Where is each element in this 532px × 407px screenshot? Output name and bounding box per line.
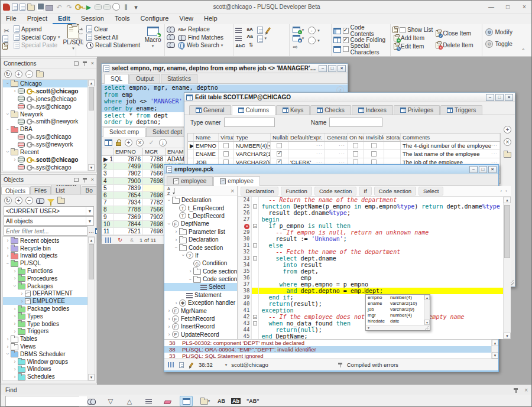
code-line[interactable]: 38 and dept.deptno = emp.dept; [238, 288, 511, 294]
expand-icon[interactable]: › [5, 245, 11, 251]
web-search-button[interactable]: Web Search▾ [177, 41, 225, 49]
tree-item-declaration[interactable]: ›Declaration [164, 236, 237, 243]
uncomment-icon[interactable] [257, 35, 263, 43]
tree-item-window-groups[interactable]: ›Window groups [3, 358, 95, 366]
expand-icon[interactable]: › [12, 268, 18, 274]
expand-icon[interactable]: › [12, 157, 18, 162]
compile-error-row[interactable]: 38PLS-00302: component 'DEPT' must be de… [164, 340, 498, 346]
column-header-empno[interactable]: EMPNO [113, 148, 143, 155]
grid-cell[interactable]: 7698 [143, 228, 166, 235]
refresh-icon[interactable]: ↻ [4, 70, 12, 78]
collapse-icon[interactable]: › [5, 80, 11, 86]
expand-icon[interactable]: › [187, 268, 193, 274]
replace-button[interactable]: AB⇄Replace [177, 25, 225, 33]
print-icon[interactable] [46, 5, 53, 11]
grid-cell[interactable]: 7698 [143, 221, 166, 227]
edit-table-tab-indexes[interactable]: Indexes [352, 105, 393, 115]
cell-type[interactable]: NUMBER(4)▼ [234, 142, 271, 149]
grid-cell[interactable]: 7698 [143, 178, 166, 184]
cell-default[interactable]: ··· [288, 150, 325, 158]
close-icon[interactable]: × [505, 94, 513, 101]
edit-table-tab-keys[interactable]: Keys [276, 105, 310, 115]
tree-item-code-section[interactable]: ›Code section [164, 243, 237, 251]
tree-item-employee[interactable]: ›EMPLOYEE [3, 297, 95, 305]
remove-connection-icon[interactable]: − [25, 70, 33, 78]
execute-icon[interactable]: ▶ [85, 3, 93, 11]
preferences-icon[interactable]: ⫼ [122, 3, 130, 11]
menu-project[interactable]: Project [22, 14, 53, 24]
autocomplete-item[interactable]: mgrnumber(4) [366, 312, 430, 318]
code-folding-checkbox[interactable] [343, 37, 349, 43]
expand-icon[interactable]: › [12, 366, 18, 372]
cell-virtual[interactable] [219, 142, 234, 149]
lowercase-icon[interactable]: aA [247, 27, 255, 32]
find-previous-icon[interactable]: △ [123, 396, 136, 406]
on-null-checkbox[interactable] [353, 143, 358, 148]
undo-icon[interactable]: ↶ [55, 3, 63, 11]
breadcrumb-scroll-icons[interactable]: ‹ › [500, 188, 508, 194]
code-contents-checkbox[interactable] [343, 28, 349, 34]
close-icon[interactable]: × [488, 166, 497, 173]
pin-icon[interactable] [513, 387, 518, 393]
column-header-invisible[interactable]: Invisible [364, 134, 384, 141]
grid-cell[interactable]: 7499 [113, 163, 143, 170]
cell-nullable[interactable] [271, 150, 288, 158]
tree-item-procedures[interactable]: ›Procedures [3, 275, 95, 282]
grid-cell[interactable]: 7788 [113, 206, 143, 213]
connection-key-icon[interactable] [75, 4, 83, 9]
close-item-button[interactable]: ✓Close Item [434, 29, 474, 37]
minimize-icon[interactable]: – [319, 65, 327, 72]
restore-panel-icon[interactable] [74, 61, 79, 66]
tab-package-body[interactable]: employee [213, 176, 259, 186]
cell-comments[interactable]: The last name of the employee··· [401, 150, 500, 158]
tree-item-t-deptrecord[interactable]: Tt_DeptRecord [164, 212, 237, 220]
lock-icon[interactable] [116, 142, 121, 146]
cell-name[interactable]: ENAME [194, 150, 219, 158]
grid-cell[interactable]: 7788 [143, 156, 166, 162]
fold-collapse-icon[interactable]: — [253, 204, 257, 209]
objects-tab-objects[interactable]: Objects [1, 187, 30, 195]
expand-icon[interactable]: › [166, 331, 172, 337]
grid-cell[interactable]: 7902 [143, 214, 166, 220]
tree-item-select[interactable]: Select [164, 283, 237, 291]
code-line[interactable]: 29 -- If empno is null, return an unknow… [238, 229, 511, 236]
breadcrumb-select[interactable]: Select [419, 187, 443, 196]
grid-cell[interactable]: 2 [102, 163, 113, 170]
add-connection-icon[interactable]: + [15, 70, 22, 78]
find-matches-button[interactable]: Find Matches [177, 34, 225, 41]
expand-icon[interactable]: › [173, 229, 179, 235]
folder-icon[interactable] [504, 152, 511, 158]
folder-icon[interactable] [36, 71, 44, 77]
cell-on-null[interactable] [348, 150, 364, 158]
collapse-icon[interactable]: › [166, 197, 172, 203]
fold-collapse-icon[interactable]: — [253, 224, 257, 228]
objects-tab-files[interactable]: Files [30, 186, 51, 194]
menu-session[interactable]: Session [76, 14, 109, 24]
close-icon[interactable]: × [338, 65, 346, 72]
grid-cell[interactable]: 9 [102, 214, 113, 220]
expand-icon[interactable]: › [166, 324, 172, 330]
redo-icon[interactable] [78, 39, 83, 44]
search-icon[interactable] [36, 198, 44, 203]
close-icon[interactable]: × [516, 1, 532, 14]
ellipsis-icon[interactable]: ··· [491, 143, 498, 148]
comment-icon[interactable] [257, 27, 263, 34]
breadcrumb-code-section[interactable]: Code section [314, 187, 356, 196]
undo-icon[interactable] [78, 29, 83, 34]
tree-item-sys-chicago[interactable]: sys@chicago [3, 103, 95, 110]
bookmark-goto-icon[interactable]: ● [293, 35, 300, 41]
case-toggle-icon[interactable]: AbC [235, 43, 245, 48]
select-all-button[interactable]: Select All [85, 34, 141, 41]
bookmark-set-icon[interactable]: + [293, 27, 300, 33]
cell-generated[interactable]: ··· [325, 142, 348, 149]
close-pane-icon[interactable]: × [231, 187, 234, 194]
expand-icon[interactable]: › [12, 313, 18, 319]
virtual-checkbox[interactable] [223, 143, 229, 148]
grid-cell[interactable]: 3 [102, 170, 113, 177]
new-document-icon[interactable] [12, 4, 18, 11]
remove-object-icon[interactable]: − [25, 197, 33, 204]
invisible-checkbox[interactable] [371, 151, 377, 157]
copy-icon[interactable] [2, 35, 8, 43]
tree-item-code-section[interactable]: ›Code section [164, 275, 237, 283]
result-tab-select-dept[interactable]: Select dept [146, 127, 189, 136]
